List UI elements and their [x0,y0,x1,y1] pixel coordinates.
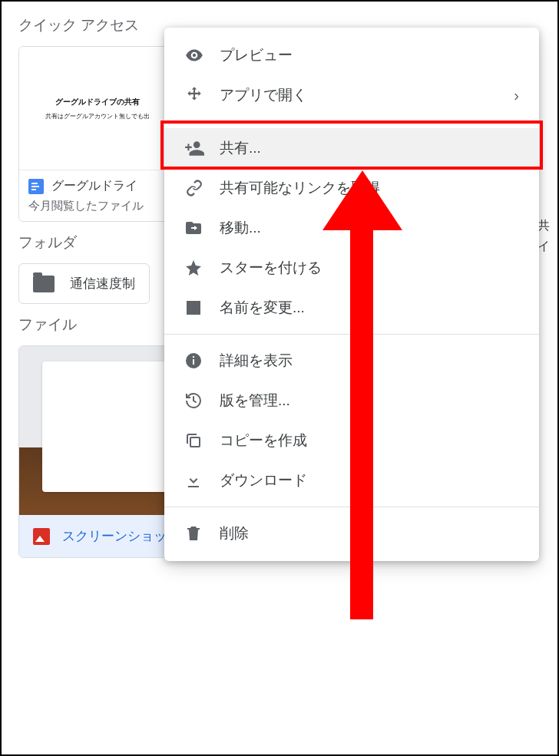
person-add-icon [184,138,220,158]
eye-icon [184,45,220,65]
menu-item-manage-versions[interactable]: 版を管理... [164,381,539,421]
menu-label: スターを付ける [220,258,519,278]
edit-icon [184,299,220,317]
menu-label: 名前を変更... [220,298,519,318]
folder-move-icon [184,219,220,237]
quick-access-subtitle: 今月閲覧したファイル [28,199,166,213]
menu-divider [164,121,539,122]
star-icon [184,259,220,277]
menu-label: ダウンロード [220,470,519,490]
menu-label: 共有... [220,138,519,158]
menu-label: 版を管理... [220,391,519,411]
menu-label: 詳細を表示 [220,351,519,371]
menu-divider [164,334,539,335]
quick-access-filename: グーグルドライ [51,178,137,194]
menu-item-details[interactable]: 詳細を表示 [164,341,539,381]
info-icon [184,352,220,370]
menu-item-star[interactable]: スターを付ける [164,248,539,288]
folder-name: 通信速度制 [70,275,135,292]
link-icon [184,178,220,198]
svg-rect-3 [190,437,200,447]
image-icon [33,528,50,545]
chevron-right-icon: › [514,87,519,104]
folder-icon [33,276,55,292]
menu-label: 移動... [220,218,519,238]
menu-item-get-link[interactable]: 共有可能なリンクを取得 [164,168,539,208]
svg-rect-2 [193,356,194,358]
trash-icon [184,524,220,543]
menu-item-make-copy[interactable]: コピーを作成 [164,421,539,461]
thumb-title: グーグルドライブの共有 [55,97,140,107]
context-menu: プレビュー アプリで開く › 共有... 共有可能なリンクを取得 移動... ス… [164,28,539,561]
menu-item-share[interactable]: 共有... [164,128,539,168]
docs-icon [28,179,44,194]
copy-icon [184,431,220,450]
menu-label: コピーを作成 [220,431,519,451]
svg-rect-1 [193,359,194,365]
menu-label: プレビュー [220,45,519,65]
menu-label: アプリで開く [220,85,514,105]
menu-item-rename[interactable]: 名前を変更... [164,288,539,328]
menu-item-open-with[interactable]: アプリで開く › [164,75,539,115]
menu-item-preview[interactable]: プレビュー [164,35,539,75]
history-icon [184,391,220,410]
move-icon [184,85,220,105]
menu-label: 削除 [220,523,519,543]
quick-access-thumbnail: グーグルドライブの共有 共有はグーグルアカウント無しでも出 [19,47,175,170]
folder-chip[interactable]: 通信速度制 [18,263,150,304]
menu-item-remove[interactable]: 削除 [164,513,539,553]
quick-access-meta: グーグルドライ 今月閲覧したファイル [19,170,175,221]
menu-item-move[interactable]: 移動... [164,208,539,248]
menu-item-download[interactable]: ダウンロード [164,461,539,500]
menu-divider [164,507,539,507]
thumb-subtitle: 共有はグーグルアカウント無しでも出 [45,112,150,120]
download-icon [184,471,220,490]
quick-access-card[interactable]: グーグルドライブの共有 共有はグーグルアカウント無しでも出 グーグルドライ 今月… [18,46,176,222]
menu-label: 共有可能なリンクを取得 [220,178,519,198]
